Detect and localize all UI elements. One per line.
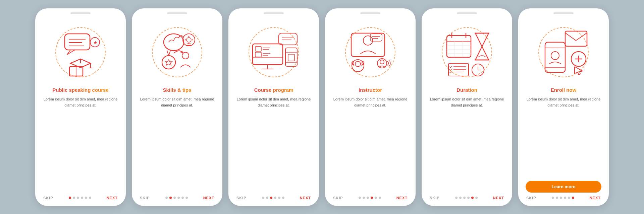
dot [274,197,276,199]
card-6-nav: SKIP NEXT [526,196,601,200]
svg-rect-27 [253,44,283,65]
card-duration: Duration Lorem ipsum dolor sit dim amet,… [422,8,512,206]
svg-line-25 [169,51,170,56]
dot [69,197,71,199]
dot [81,197,83,199]
card-1-body: Lorem ipsum dolor sit dim amet, mea regi… [43,96,118,193]
card-5-footer: SKIP NEXT [429,193,505,200]
svg-rect-46 [370,34,382,41]
card-4-skip[interactable]: SKIP [333,196,343,200]
enroll-icon [535,24,592,81]
card-1-skip[interactable]: SKIP [43,196,53,200]
svg-rect-55 [447,35,471,57]
card-1-dots [69,197,91,199]
card-6-skip[interactable]: SKIP [526,196,536,200]
svg-point-17 [186,38,191,42]
card-4-dots [359,197,381,199]
duration-icon [438,24,495,81]
skills-tips-icon [149,24,206,81]
dot [556,197,558,199]
svg-point-50 [355,61,361,67]
dot [467,197,470,199]
svg-rect-0 [65,34,90,50]
dot [89,197,91,199]
card-2-footer: SKIP NEXT [139,193,215,200]
card-4-title: Instructor [359,87,382,93]
card-3-footer: SKIP NEXT [236,193,312,200]
card-4-next[interactable]: NEXT [396,196,408,200]
dot [375,197,377,199]
dot [85,197,87,199]
learn-more-button[interactable]: Learn more [526,181,601,193]
card-3-title: Course program [254,87,293,93]
instructor-icon [342,24,399,81]
card-4-nav: SKIP NEXT [332,196,408,200]
dot [169,197,172,199]
dot [471,197,474,199]
card-3-next[interactable]: NEXT [300,196,311,200]
card-5-next[interactable]: NEXT [493,196,504,200]
card-1-title: Public speaking course [52,87,109,93]
dot [363,197,365,199]
dot [282,197,284,199]
dot [185,197,188,199]
card-2-skip[interactable]: SKIP [140,196,150,200]
card-2-next[interactable]: NEXT [203,196,214,200]
dot [73,197,75,199]
svg-marker-64 [475,33,489,47]
svg-rect-75 [565,31,587,46]
dot [572,197,574,199]
card-3-skip[interactable]: SKIP [236,196,247,200]
card-2-body: Lorem ipsum dolor sit dim amet, mea regi… [139,96,215,193]
public-speaking-icon: ★ [52,24,109,81]
svg-rect-76 [545,42,565,72]
svg-point-45 [363,36,373,45]
dot [262,197,264,199]
svg-rect-37 [279,33,297,45]
card-6-dots [552,197,574,199]
dot [463,197,466,199]
icon-area-6 [532,20,595,84]
card-instructor: Instructor Lorem ipsum dolor sit dim ame… [325,8,416,206]
svg-point-22 [162,56,175,69]
card-4-body: Lorem ipsum dolor sit dim amet, mea regi… [332,96,408,193]
dot [379,197,381,199]
card-1-next[interactable]: NEXT [107,196,118,200]
card-4-footer: SKIP NEXT [332,193,408,200]
card-6-next[interactable]: NEXT [590,196,601,200]
card-5-nav: SKIP NEXT [429,196,505,200]
svg-marker-65 [475,47,489,60]
svg-rect-40 [285,48,297,66]
icon-area-1: ★ [49,20,112,84]
dot [181,197,184,199]
card-5-body: Lorem ipsum dolor sit dim amet, mea regi… [429,96,505,193]
card-3-body: Lorem ipsum dolor sit dim amet, mea regi… [236,96,312,193]
card-1-footer: SKIP NEXT [43,193,118,200]
svg-line-24 [167,51,169,56]
icon-area-4 [338,20,402,84]
card-6-footer: Learn more SKIP NEXT [526,177,601,200]
cards-container: ★ Public speaking course Lorem ipsum dol… [29,2,615,213]
dot [371,197,373,199]
svg-marker-23 [165,60,172,65]
card-2-title: Skills & tips [163,87,191,93]
svg-text:★: ★ [93,40,98,45]
dot [552,197,554,199]
svg-rect-34 [255,52,261,57]
course-program-icon [245,24,302,81]
dot [270,197,272,199]
dot [560,197,562,199]
dot [177,197,180,199]
card-5-dots [455,197,478,199]
card-6-title: Enroll now [551,87,577,93]
dot [568,197,570,199]
card-5-skip[interactable]: SKIP [430,196,440,200]
svg-rect-31 [255,47,261,51]
dot [359,197,361,199]
dot [165,197,168,199]
card-3-dots [262,197,284,199]
card-5-title: Duration [457,87,477,93]
svg-rect-43 [288,54,294,61]
icon-area-5 [435,20,499,84]
card-1-nav: SKIP NEXT [43,196,118,200]
